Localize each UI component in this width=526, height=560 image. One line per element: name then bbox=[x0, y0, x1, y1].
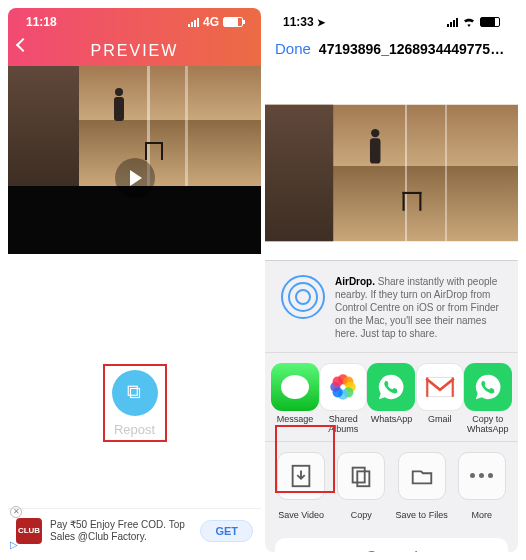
svg-rect-1 bbox=[128, 386, 137, 395]
battery-icon bbox=[480, 17, 500, 27]
action-save-files[interactable]: Save to Files bbox=[392, 452, 452, 522]
more-icon bbox=[458, 452, 506, 500]
airdrop-icon bbox=[281, 275, 325, 319]
phone-left: 11:18 4G PREVIEW Repost bbox=[8, 8, 261, 552]
status-indicators bbox=[447, 17, 500, 27]
share-sheet: AirDrop. Share instantly with people nea… bbox=[265, 260, 518, 552]
page-title: PREVIEW bbox=[91, 42, 179, 60]
svg-point-9 bbox=[333, 377, 343, 387]
location-icon: ➤ bbox=[317, 17, 325, 28]
share-shared-albums[interactable]: Shared Albums bbox=[319, 363, 367, 435]
ad-banner[interactable]: ✕ ▷ CLUB Pay ₹50 Enjoy Free COD. Top Sal… bbox=[8, 508, 261, 552]
repost-icon bbox=[126, 384, 144, 402]
battery-icon bbox=[223, 17, 243, 27]
ad-text: Pay ₹50 Enjoy Free COD. Top Sales @Club … bbox=[50, 519, 192, 543]
svg-rect-12 bbox=[358, 471, 370, 486]
share-whatsapp[interactable]: WhatsApp bbox=[367, 363, 415, 435]
status-bar: 11:33 ➤ bbox=[265, 8, 518, 36]
ad-logo: CLUB bbox=[16, 518, 42, 544]
signal-icon bbox=[188, 18, 199, 27]
share-message[interactable]: Message bbox=[271, 363, 319, 435]
action-more[interactable]: More bbox=[452, 452, 512, 522]
video-thumbnail bbox=[265, 105, 518, 242]
action-copy[interactable]: Copy bbox=[331, 452, 391, 522]
repost-button[interactable] bbox=[112, 370, 158, 416]
svg-rect-11 bbox=[353, 467, 365, 482]
highlight-repost: Repost bbox=[103, 364, 167, 442]
svg-rect-0 bbox=[130, 389, 139, 398]
repost-section: Repost bbox=[8, 364, 261, 442]
adchoices-icon[interactable]: ▷ bbox=[10, 539, 18, 550]
play-icon[interactable] bbox=[115, 158, 155, 198]
done-button[interactable]: Done bbox=[275, 40, 311, 57]
airdrop-row[interactable]: AirDrop. Share instantly with people nea… bbox=[265, 271, 518, 353]
status-bar: 11:18 4G bbox=[8, 8, 261, 36]
back-icon[interactable] bbox=[16, 38, 30, 52]
status-time: 11:18 bbox=[26, 15, 57, 29]
whatsapp-icon bbox=[464, 363, 512, 411]
highlight-save-video bbox=[275, 425, 335, 493]
airdrop-text: AirDrop. Share instantly with people nea… bbox=[335, 275, 502, 340]
share-copy-whatsapp[interactable]: Copy to WhatsApp bbox=[464, 363, 512, 435]
copy-icon bbox=[337, 452, 385, 500]
status-time: 11:33 ➤ bbox=[283, 15, 325, 29]
preview-header: PREVIEW bbox=[8, 36, 261, 66]
ad-cta-button[interactable]: GET bbox=[200, 520, 253, 542]
whatsapp-icon bbox=[367, 363, 415, 411]
cancel-button[interactable]: Cancel bbox=[275, 538, 508, 552]
viewer-photo[interactable] bbox=[265, 65, 518, 281]
phone-right: 11:33 ➤ Done 47193896_126893444977587_43… bbox=[265, 8, 518, 552]
gmail-icon bbox=[416, 363, 464, 411]
photos-icon bbox=[319, 363, 367, 411]
file-name: 47193896_126893444977587_432656... bbox=[319, 41, 508, 57]
wifi-icon bbox=[462, 17, 476, 27]
messages-icon bbox=[271, 363, 319, 411]
folder-icon bbox=[398, 452, 446, 500]
ad-close-icon[interactable]: ✕ bbox=[10, 506, 22, 518]
viewer-topbar: Done 47193896_126893444977587_432656... bbox=[265, 36, 518, 65]
repost-label: Repost bbox=[105, 422, 165, 437]
network-label: 4G bbox=[203, 15, 219, 29]
share-gmail[interactable]: Gmail bbox=[416, 363, 464, 435]
signal-icon bbox=[447, 18, 458, 27]
status-indicators: 4G bbox=[188, 15, 243, 29]
action-row: Save Video Copy Save to Files More bbox=[265, 442, 518, 532]
